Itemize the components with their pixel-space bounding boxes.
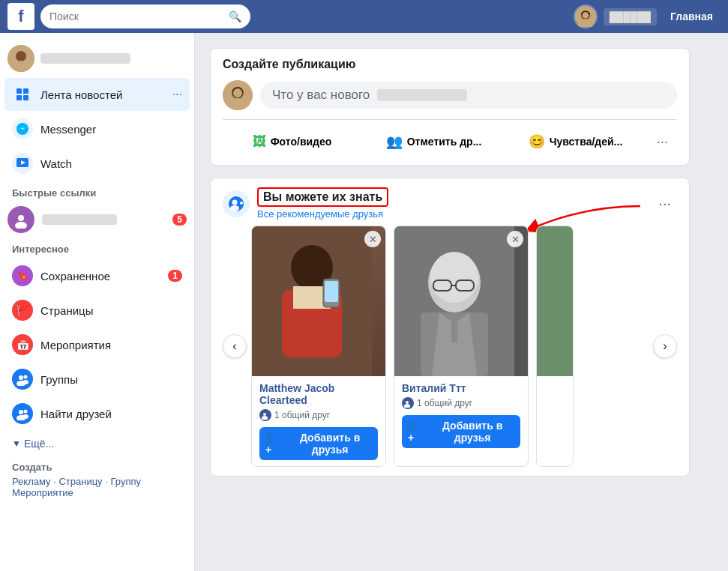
svg-point-21 (22, 380, 28, 384)
person-card-close-2[interactable]: ✕ (507, 231, 523, 247)
sidebar-user-avatar (7, 45, 34, 72)
sidebar-create-section: Создать Рекламу · Страницу · Группу Меро… (0, 456, 194, 504)
person-card-name-1: Matthew Jacob Clearteed (259, 382, 378, 406)
tag-friends-icon: 👥 (386, 133, 403, 150)
mutual-icon-1 (259, 409, 271, 421)
topnav-home-link[interactable]: Главная (663, 7, 721, 25)
sidebar-item-pages[interactable]: 🚩 Страницы (4, 294, 190, 327)
facebook-logo[interactable]: f (7, 3, 34, 30)
create-post-input-field[interactable]: Что у вас нового (260, 82, 677, 109)
tag-friends-btn[interactable]: 👥 Отметить др... (364, 127, 503, 156)
add-friend-label-1: Добавить в друзья (282, 432, 378, 456)
search-input[interactable] (49, 10, 224, 22)
create-page-link[interactable]: Страницу (58, 476, 102, 487)
create-group-link[interactable]: Группу (110, 476, 140, 487)
sidebar-item-label-news-feed: Лента новостей (40, 88, 122, 101)
person-card-1: ✕ Matthew Jacob Clearteed 1 общий друг 👤… (251, 226, 386, 467)
topnav-avatar[interactable] (574, 4, 598, 28)
quick-link-name-placeholder (42, 214, 117, 225)
sidebar-item-dots-news-feed[interactable]: ··· (172, 88, 182, 101)
main-content: Создайте публикацию Что у вас нового (195, 33, 705, 571)
people-carousel: ‹ (223, 226, 677, 467)
create-event-link[interactable]: Мероприятие (12, 487, 73, 498)
svg-rect-11 (16, 95, 22, 100)
create-ad-link[interactable]: Рекламу (12, 476, 51, 487)
sidebar-item-find-friends[interactable]: Найти друзей (4, 397, 190, 430)
svg-point-44 (262, 416, 268, 420)
svg-point-30 (233, 88, 242, 97)
search-box[interactable]: 🔍 (40, 4, 250, 28)
svg-point-54 (406, 401, 409, 404)
create-links: Рекламу · Страницу · Группу Мероприятие (12, 476, 182, 498)
person-card-photo-3 (537, 226, 573, 376)
add-friend-btn-1[interactable]: 👤+ Добавить в друзья (259, 427, 378, 460)
create-post-placeholder: Что у вас нового (272, 88, 370, 103)
suggestions-icon (223, 190, 250, 217)
svg-rect-42 (325, 281, 338, 302)
feelings-label: Чувства/дей... (550, 136, 623, 148)
pages-icon: 🚩 (12, 300, 33, 321)
saved-badge: 1 (168, 270, 182, 282)
suggestions-header: Вы можете их знать Все рекомендуемые дру… (223, 187, 677, 220)
interests-title: Интересное (0, 238, 194, 258)
person-card-info-2: Виталий Ттт 1 общий друг 👤+ Добавить в д… (394, 376, 528, 454)
photo-video-btn[interactable]: 🖼 Фото/видео (223, 127, 361, 156)
tag-friends-label: Отметить др... (407, 136, 482, 148)
sidebar-item-news-feed[interactable]: Лента новостей ··· (4, 78, 190, 111)
add-friend-btn-2[interactable]: 👤+ Добавить в друзья (402, 415, 520, 448)
mutual-text-1: 1 общий друг (274, 410, 330, 420)
topnav-username[interactable]: ██████ (604, 8, 657, 25)
find-friends-label: Найти друзей (40, 408, 112, 420)
person-card-3 (536, 226, 574, 467)
person-card-close-1[interactable]: ✕ (364, 231, 381, 247)
suggestions-subtitle[interactable]: Все рекомендуемые друзья (257, 208, 383, 220)
username-placeholder (377, 89, 467, 101)
person-card-mutual-2: 1 общий друг (402, 397, 520, 409)
sidebar-quick-link-1[interactable]: 5 (0, 202, 194, 238)
quick-link-badge: 5 (172, 214, 187, 226)
person-card-photo-2 (394, 226, 528, 376)
svg-point-7 (16, 51, 26, 61)
quick-links-title: Быстрые ссылки (0, 181, 194, 202)
sidebar-item-label-watch: Watch (40, 157, 72, 170)
sidebar-item-events[interactable]: 📅 Мероприятия (4, 328, 190, 361)
add-friend-icon-1: 👤+ (259, 432, 277, 456)
sidebar-item-watch[interactable]: Watch (4, 147, 190, 180)
sidebar-item-saved[interactable]: 🔖 Сохраненное 1 (4, 259, 190, 292)
mutual-icon-2 (402, 397, 414, 409)
create-post-title: Создайте публикацию (223, 58, 677, 71)
svg-point-43 (263, 413, 266, 416)
person-card-photo-1 (252, 226, 385, 376)
svg-point-33 (232, 199, 238, 205)
saved-label: Сохраненное (40, 270, 110, 283)
sidebar-item-groups[interactable]: Группы (4, 363, 190, 396)
sidebar-item-messenger[interactable]: Messenger (4, 112, 190, 145)
find-friends-icon (12, 403, 33, 424)
svg-point-25 (22, 414, 28, 419)
svg-point-17 (15, 222, 27, 229)
suggestions-title-block: Вы можете их знать Все рекомендуемые дру… (257, 187, 652, 220)
search-icon: 🔍 (229, 10, 241, 22)
create-post-more-btn[interactable]: ··· (648, 127, 677, 156)
sidebar-user-name-placeholder (40, 53, 130, 64)
create-post-actions: 🖼 Фото/видео 👥 Отметить др... 😊 Чувства/… (223, 127, 677, 156)
suggestions-more-btn[interactable]: ··· (652, 192, 677, 215)
photo-video-label: Фото/видео (271, 136, 332, 148)
sidebar-user[interactable] (0, 40, 194, 76)
groups-label: Группы (40, 373, 78, 386)
carousel-prev-btn[interactable]: ‹ (223, 334, 247, 358)
groups-icon (12, 369, 33, 390)
sidebar-more-label: Ещё... (24, 438, 54, 450)
create-post-divider (223, 119, 677, 120)
svg-point-24 (24, 410, 28, 414)
svg-rect-12 (23, 95, 28, 100)
page-layout: Лента новостей ··· Messenger Watch Быст (0, 33, 728, 571)
add-friend-icon-2: 👤+ (402, 420, 420, 444)
person-card-mutual-1: 1 общий друг (259, 409, 378, 421)
suggestions-title: Вы можете их знать (257, 187, 388, 207)
create-post-box: Создайте публикацию Что у вас нового (210, 48, 690, 166)
carousel-next-btn[interactable]: › (653, 334, 677, 358)
sidebar-more[interactable]: ▼ Ещё... (0, 432, 194, 456)
topnav: f 🔍 ██████ Главная (0, 0, 728, 33)
feelings-btn[interactable]: 😊 Чувства/дей... (506, 127, 645, 156)
